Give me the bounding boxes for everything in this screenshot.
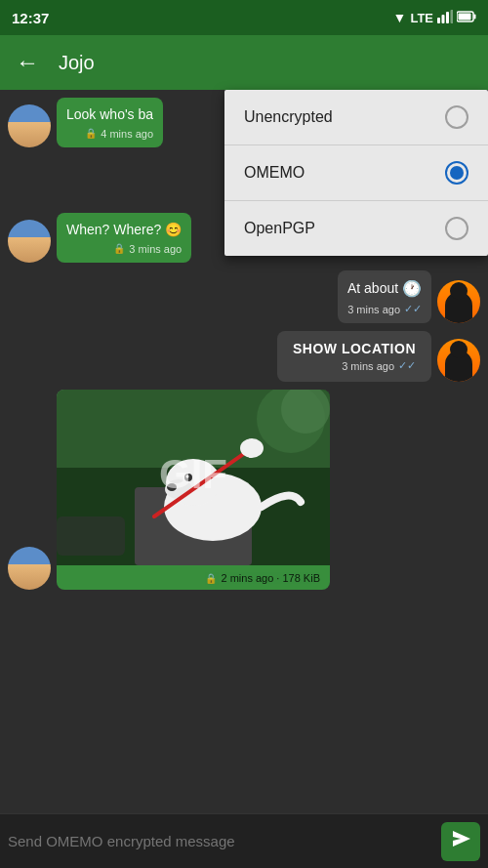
back-button[interactable]: ←	[12, 45, 43, 80]
dropdown-label: OpenPGP	[244, 220, 315, 237]
svg-rect-0	[437, 18, 440, 23]
message-time: 3 mins ago	[347, 304, 400, 315]
message-bubble: At about 🕐 3 mins ago ✓✓	[338, 270, 431, 323]
input-bar	[0, 813, 488, 868]
message-time: 2 mins ago · 178 KiB	[221, 572, 320, 584]
dropdown-label: OMEMO	[244, 164, 305, 182]
message-meta: 🔒 3 mins ago	[66, 243, 182, 255]
svg-text:GIF: GIF	[159, 451, 227, 497]
status-indicators: ▼ LTE	[393, 10, 476, 26]
lock-icon: 🔒	[205, 573, 217, 584]
battery-icon	[457, 10, 476, 25]
table-row: At about 🕐 3 mins ago ✓✓	[8, 270, 480, 323]
message-meta: 3 mins ago ✓✓	[347, 303, 422, 315]
radio-button-unencrypted[interactable]	[445, 105, 468, 129]
gif-meta: 🔒 2 mins ago · 178 KiB	[57, 565, 330, 590]
table-row: GIF 🔒 2 mins ago · 178 KiB	[8, 390, 480, 590]
lte-label: LTE	[410, 11, 433, 25]
lock-icon: 🔒	[85, 128, 97, 139]
check-marks-icon: ✓✓	[398, 359, 416, 372]
message-bubble: When? Where? 😊 🔒 3 mins ago	[57, 213, 191, 263]
avatar	[437, 339, 480, 382]
signal-icon	[437, 10, 453, 26]
wifi-icon: ▼	[393, 10, 407, 25]
status-bar: 12:37 ▼ LTE	[0, 0, 488, 35]
message-time: 3 mins ago	[342, 360, 394, 372]
dropdown-item-omemo[interactable]: OMEMO	[224, 145, 488, 201]
gif-image: GIF	[57, 390, 330, 565]
avatar	[8, 547, 51, 590]
radio-button-omemo[interactable]	[445, 161, 468, 185]
show-location-bubble: SHOW LOCATION 3 mins ago ✓✓	[277, 331, 431, 382]
svg-rect-3	[451, 10, 454, 23]
avatar	[437, 280, 480, 323]
message-text: Look who's ba	[66, 106, 153, 122]
dropdown-label: Unencrypted	[244, 108, 333, 126]
radio-button-openpgp[interactable]	[445, 217, 468, 240]
table-row: SHOW LOCATION 3 mins ago ✓✓	[8, 331, 480, 382]
dropdown-item-openpgp[interactable]: OpenPGP	[224, 201, 488, 256]
lock-icon: 🔒	[113, 243, 125, 254]
dropdown-item-unencrypted[interactable]: Unencrypted	[224, 90, 488, 145]
message-meta: 🔒 2 mins ago · 178 KiB	[66, 572, 320, 584]
message-input[interactable]	[8, 833, 433, 849]
message-text: At about 🕐	[347, 280, 422, 296]
svg-point-17	[240, 438, 264, 458]
chat-title: Jojo	[59, 52, 95, 74]
radio-inner	[450, 166, 464, 180]
status-time: 12:37	[12, 10, 49, 26]
avatar	[8, 220, 51, 263]
message-meta: 3 mins ago ✓✓	[293, 359, 416, 372]
encryption-dropdown: Unencrypted OMEMO OpenPGP	[224, 90, 488, 256]
check-marks-icon: ✓✓	[404, 303, 422, 315]
svg-rect-6	[459, 14, 471, 21]
svg-rect-1	[442, 15, 445, 23]
svg-rect-2	[446, 12, 449, 23]
svg-rect-5	[474, 15, 476, 20]
send-button[interactable]	[441, 822, 480, 861]
message-meta: 🔒 4 mins ago	[66, 128, 153, 140]
svg-rect-21	[57, 517, 125, 556]
gif-bubble: GIF 🔒 2 mins ago · 178 KiB	[57, 390, 330, 590]
message-bubble: Look who's ba 🔒 4 mins ago	[57, 98, 163, 147]
show-location-button[interactable]: SHOW LOCATION	[293, 341, 416, 356]
message-time: 3 mins ago	[129, 243, 182, 255]
avatar	[8, 104, 51, 147]
message-text: When? Where? 😊	[66, 222, 182, 237]
chat-header: ← Jojo	[0, 35, 488, 90]
message-time: 4 mins ago	[101, 128, 153, 140]
send-icon	[450, 828, 471, 854]
